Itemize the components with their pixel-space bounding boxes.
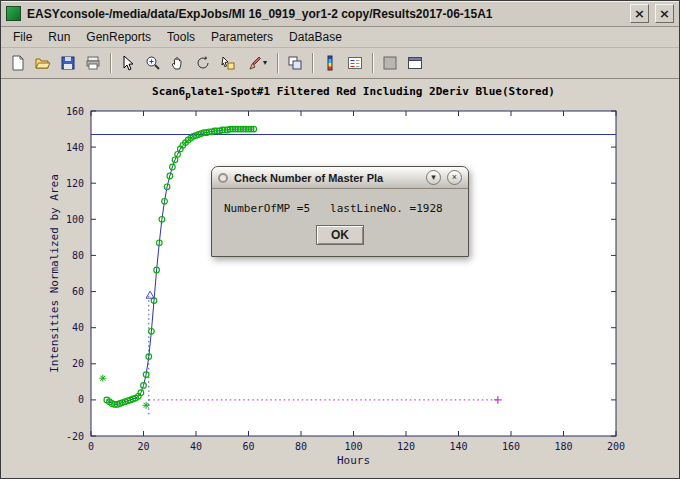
svg-text:Hours: Hours <box>337 454 370 467</box>
menu-item-tools[interactable]: Tools <box>159 28 203 46</box>
figure-area: 020406080100120140160180200-200204060801… <box>1 79 680 479</box>
window-title: EASYconsole-/media/data/ExpJobs/MI 16_09… <box>27 7 624 21</box>
svg-text:80: 80 <box>72 250 84 261</box>
dialog-body: NumberOfMP =5 lastLineNo. =1928 OK <box>212 189 468 256</box>
toolbar-separator <box>277 53 279 73</box>
svg-text:60: 60 <box>242 441 254 452</box>
brush-tool-button[interactable]: ▾ <box>241 51 272 75</box>
svg-text:40: 40 <box>72 322 84 333</box>
toolbar: ▾ <box>1 48 679 79</box>
save-button[interactable] <box>56 51 80 75</box>
last-line-no-value: lastLineNo. =1928 <box>330 202 443 215</box>
rotate-3d-icon <box>195 55 211 71</box>
menu-item-database[interactable]: DataBase <box>281 28 350 46</box>
dialog-ok-button[interactable]: OK <box>316 225 364 245</box>
svg-text:180: 180 <box>554 441 572 452</box>
property-editor-icon <box>407 55 423 71</box>
number-of-mp-value: NumberOfMP =5 <box>224 202 310 215</box>
zoom-in-icon <box>145 55 161 71</box>
svg-text:100: 100 <box>66 214 84 225</box>
new-file-button[interactable] <box>6 51 30 75</box>
toolbar-separator <box>372 53 374 73</box>
window-titlebar[interactable]: EASYconsole-/media/data/ExpJobs/MI 16_09… <box>1 1 679 27</box>
svg-text:140: 140 <box>66 142 84 153</box>
svg-text:20: 20 <box>137 441 149 452</box>
property-editor-button[interactable] <box>403 51 427 75</box>
svg-text:0: 0 <box>78 394 84 405</box>
plot-browser-button[interactable] <box>378 51 402 75</box>
link-plots-icon <box>287 55 303 71</box>
link-plots-button[interactable] <box>283 51 307 75</box>
svg-text:200: 200 <box>607 441 625 452</box>
print-button[interactable] <box>81 51 105 75</box>
dialog-close-button[interactable]: × <box>447 170 462 185</box>
pan-hand-icon <box>170 55 186 71</box>
dialog-collapse-button[interactable]: ▾ <box>426 170 441 185</box>
svg-text:Scan6plate1-Spot#1 Filtered Re: Scan6plate1-Spot#1 Filtered Red Includin… <box>152 85 555 100</box>
menu-item-file[interactable]: File <box>5 28 40 46</box>
rotate-3d-tool-button[interactable] <box>191 51 215 75</box>
dialog-titlebar[interactable]: Check Number of Master Pla ▾ × <box>212 167 468 189</box>
dialog-info-row: NumberOfMP =5 lastLineNo. =1928 <box>224 202 456 215</box>
pointer-tool-button[interactable] <box>116 51 140 75</box>
svg-text:80: 80 <box>295 441 307 452</box>
svg-text:-20: -20 <box>66 431 84 442</box>
svg-text:0: 0 <box>88 441 94 452</box>
print-icon <box>85 55 101 71</box>
pan-tool-button[interactable] <box>166 51 190 75</box>
svg-text:20: 20 <box>72 358 84 369</box>
insert-colorbar-button[interactable] <box>318 51 342 75</box>
dialog-icon <box>218 173 228 183</box>
svg-text:100: 100 <box>344 441 362 452</box>
svg-text:60: 60 <box>72 286 84 297</box>
svg-text:40: 40 <box>190 441 202 452</box>
data-cursor-tool-button[interactable] <box>216 51 240 75</box>
plot-browser-icon <box>382 55 398 71</box>
svg-text:120: 120 <box>66 178 84 189</box>
new-file-icon <box>10 55 26 71</box>
window-close-button[interactable]: × <box>655 4 674 23</box>
brush-icon <box>246 55 262 71</box>
legend-icon <box>347 55 363 71</box>
svg-text:140: 140 <box>449 441 467 452</box>
window-shade-button[interactable]: × <box>630 4 649 23</box>
svg-text:Intensities Normalized by Area: Intensities Normalized by Area <box>48 174 61 373</box>
open-folder-icon <box>35 55 51 71</box>
menu-item-genreports[interactable]: GenReports <box>78 28 159 46</box>
dialog-title: Check Number of Master Pla <box>234 172 420 184</box>
chart-canvas: 020406080100120140160180200-200204060801… <box>1 79 680 479</box>
save-floppy-icon <box>60 55 76 71</box>
colorbar-icon <box>322 55 338 71</box>
svg-text:120: 120 <box>397 441 415 452</box>
zoom-in-tool-button[interactable] <box>141 51 165 75</box>
svg-text:160: 160 <box>502 441 520 452</box>
pointer-icon <box>120 55 136 71</box>
insert-legend-button[interactable] <box>343 51 367 75</box>
data-cursor-icon <box>220 55 236 71</box>
easyconsole-window: EASYconsole-/media/data/ExpJobs/MI 16_09… <box>0 0 680 479</box>
menu-bar: File Run GenReports Tools Parameters Dat… <box>1 27 679 48</box>
menu-item-run[interactable]: Run <box>40 28 78 46</box>
open-button[interactable] <box>31 51 55 75</box>
toolbar-separator <box>312 53 314 73</box>
svg-text:160: 160 <box>66 106 84 117</box>
menu-item-parameters[interactable]: Parameters <box>203 28 281 46</box>
dialog-check-number-of-master-plates: Check Number of Master Pla ▾ × NumberOfM… <box>211 166 469 257</box>
toolbar-separator <box>110 53 112 73</box>
brush-dropdown-arrow-icon: ▾ <box>263 59 267 67</box>
app-icon <box>6 6 21 21</box>
